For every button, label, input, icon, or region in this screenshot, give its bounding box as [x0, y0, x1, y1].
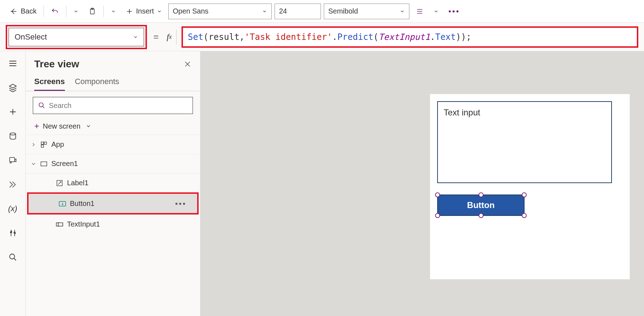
variables-rail-button[interactable]: (x)	[6, 202, 20, 216]
undo-button[interactable]	[47, 4, 62, 19]
chevron-right-icon	[31, 142, 36, 147]
close-panel-button[interactable]	[184, 60, 191, 68]
paste-dropdown[interactable]	[107, 4, 119, 19]
font-size-input[interactable]: 24	[275, 4, 321, 19]
svg-rect-9	[44, 142, 47, 144]
tools-rail-button[interactable]	[6, 226, 20, 240]
button-label: Button	[467, 200, 495, 210]
selection-handle[interactable]	[435, 213, 440, 218]
tools-icon	[9, 229, 17, 237]
font-size-value: 24	[279, 7, 287, 15]
new-screen-button[interactable]: + New screen	[26, 118, 200, 135]
paste-button[interactable]	[85, 4, 100, 19]
tab-screens[interactable]: Screens	[34, 77, 65, 91]
align-dropdown[interactable]	[430, 4, 442, 19]
formula-token: 'Task identifier'	[245, 32, 332, 42]
property-dropdown[interactable]: OnSelect	[9, 28, 144, 46]
overflow-menu[interactable]: •••	[445, 4, 464, 19]
formula-token: (	[373, 32, 378, 42]
textinput-icon	[56, 221, 63, 228]
tree-item-label: TextInput1	[67, 220, 100, 228]
tree-search-box[interactable]	[33, 97, 193, 114]
search-icon	[38, 102, 45, 109]
close-icon	[184, 60, 191, 68]
insert-button[interactable]: Insert	[122, 4, 165, 19]
tree-view-rail-button[interactable]	[6, 81, 20, 95]
equals-sign: =	[152, 31, 160, 42]
align-icon	[416, 7, 424, 15]
undo-dropdown[interactable]	[70, 4, 82, 19]
data-rail-button[interactable]	[6, 129, 20, 143]
tree-item-label: Screen1	[51, 160, 78, 168]
font-weight-value: Semibold	[328, 7, 358, 15]
formula-input[interactable]: Set(result, 'Task identifier'.Predict(Te…	[184, 29, 636, 46]
chevron-down-icon	[86, 123, 91, 129]
clipboard-icon	[88, 7, 96, 16]
variable-icon: (x)	[8, 204, 17, 213]
tree-item-more[interactable]: •••	[175, 199, 192, 208]
plus-icon: +	[34, 121, 39, 131]
tree-item-label: Label1	[67, 179, 88, 187]
back-button[interactable]: Back	[6, 4, 40, 19]
property-value: OnSelect	[15, 32, 47, 42]
selection-handle[interactable]	[522, 192, 527, 197]
undo-icon	[51, 7, 59, 15]
svg-point-2	[10, 133, 16, 135]
insert-rail-button[interactable]	[6, 105, 20, 119]
selection-handle[interactable]	[522, 213, 527, 218]
canvas-textinput[interactable]: Text input	[437, 101, 612, 183]
layers-icon	[8, 83, 17, 92]
tree-item-label: App	[51, 140, 64, 149]
chevron-down-icon	[400, 9, 405, 14]
svg-rect-8	[41, 142, 44, 144]
tree-list: App Screen1 Label1 Bu	[26, 135, 200, 316]
formula-token: (result,	[203, 32, 245, 42]
main-area: (x) Tree view Screens Components +	[0, 51, 644, 316]
canvas[interactable]: Text input Button	[200, 51, 644, 316]
tree-item-screen1[interactable]: Screen1	[26, 154, 200, 173]
screen-icon	[40, 160, 48, 168]
left-rail: (x)	[0, 51, 26, 316]
formula-token: Predict	[337, 32, 373, 42]
tree-item-app[interactable]: App	[26, 135, 200, 154]
back-label: Back	[21, 7, 36, 15]
selection-handle[interactable]	[479, 213, 484, 218]
font-family-select[interactable]: Open Sans	[168, 4, 272, 19]
align-button[interactable]	[412, 4, 427, 19]
chevron-down-icon	[157, 9, 162, 14]
tree-item-textinput1[interactable]: TextInput1	[26, 214, 200, 234]
canvas-button[interactable]: Button	[437, 195, 525, 216]
svg-rect-3	[10, 157, 15, 162]
arrow-left-icon	[9, 7, 18, 16]
chevron-down-icon	[31, 161, 36, 167]
formula-token: TextInput1	[379, 32, 430, 42]
separator	[44, 6, 44, 17]
tree-item-label: Button1	[70, 200, 94, 208]
selection-handle[interactable]	[435, 192, 440, 197]
tree-item-button1[interactable]: Button1 •••	[29, 194, 197, 213]
chevron-down-icon	[262, 9, 267, 14]
hamburger-button[interactable]	[6, 56, 20, 71]
selection-handle[interactable]	[479, 192, 484, 197]
tab-components[interactable]: Components	[75, 77, 119, 91]
fx-label: fx	[165, 29, 177, 45]
tree-search-input[interactable]	[49, 102, 188, 110]
media-rail-button[interactable]	[6, 153, 20, 167]
search-rail-button[interactable]	[6, 250, 20, 264]
tree-item-label1[interactable]: Label1	[26, 173, 200, 192]
canvas-screen: Text input Button	[430, 94, 630, 279]
formula-token: Set	[188, 32, 203, 42]
tree-view-panel: Tree view Screens Components + New scree…	[26, 51, 200, 316]
formula-token: Text	[435, 32, 456, 42]
svg-point-6	[10, 254, 15, 259]
flow-icon	[8, 180, 17, 189]
media-icon	[8, 156, 17, 165]
insert-label: Insert	[136, 7, 154, 15]
chevron-down-icon	[73, 9, 78, 14]
top-toolbar: Back Insert Open Sans 24 Semibold •••	[0, 0, 644, 23]
power-automate-rail-button[interactable]	[6, 177, 20, 192]
separator	[66, 6, 66, 17]
ellipsis-icon: •••	[449, 7, 460, 16]
search-icon	[9, 253, 17, 261]
font-weight-select[interactable]: Semibold	[324, 4, 409, 19]
